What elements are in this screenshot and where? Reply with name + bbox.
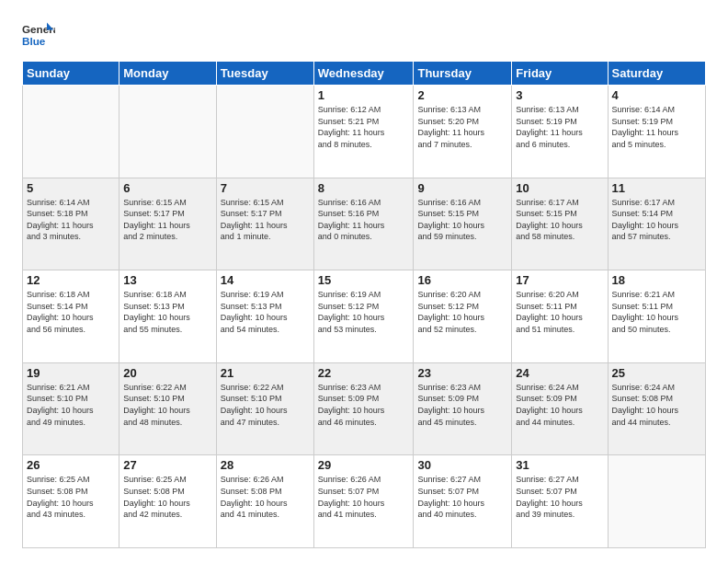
day-number: 6 (123, 181, 212, 195)
day-info: Sunrise: 6:15 AM Sunset: 5:17 PM Dayligh… (221, 197, 310, 243)
weekday-header-tuesday: Tuesday (216, 62, 313, 86)
logo-icon: General Blue (22, 18, 55, 52)
calendar-cell: 24Sunrise: 6:24 AM Sunset: 5:09 PM Dayli… (512, 362, 608, 455)
weekday-header-friday: Friday (512, 62, 608, 86)
day-number: 22 (318, 366, 410, 380)
day-info: Sunrise: 6:27 AM Sunset: 5:07 PM Dayligh… (516, 474, 603, 520)
day-number: 15 (318, 273, 410, 287)
calendar-cell: 18Sunrise: 6:21 AM Sunset: 5:11 PM Dayli… (608, 270, 705, 363)
calendar-cell: 25Sunrise: 6:24 AM Sunset: 5:08 PM Dayli… (608, 362, 705, 455)
day-number: 9 (417, 181, 507, 195)
calendar-cell: 22Sunrise: 6:23 AM Sunset: 5:09 PM Dayli… (313, 362, 414, 455)
week-row-5: 26Sunrise: 6:25 AM Sunset: 5:08 PM Dayli… (23, 455, 706, 548)
day-number: 26 (27, 458, 115, 472)
day-number: 21 (221, 366, 310, 380)
day-number: 2 (417, 88, 507, 102)
calendar-cell: 30Sunrise: 6:27 AM Sunset: 5:07 PM Dayli… (414, 455, 512, 548)
day-number: 20 (123, 366, 212, 380)
day-info: Sunrise: 6:21 AM Sunset: 5:11 PM Dayligh… (612, 289, 701, 335)
calendar-cell: 21Sunrise: 6:22 AM Sunset: 5:10 PM Dayli… (216, 362, 313, 455)
day-info: Sunrise: 6:22 AM Sunset: 5:10 PM Dayligh… (221, 382, 310, 428)
weekday-header-thursday: Thursday (414, 62, 512, 86)
day-number: 29 (318, 458, 410, 472)
day-number: 30 (417, 458, 507, 472)
week-row-4: 19Sunrise: 6:21 AM Sunset: 5:10 PM Dayli… (23, 362, 706, 455)
calendar-cell: 29Sunrise: 6:26 AM Sunset: 5:07 PM Dayli… (313, 455, 414, 548)
day-info: Sunrise: 6:18 AM Sunset: 5:14 PM Dayligh… (27, 289, 115, 335)
calendar-cell: 11Sunrise: 6:17 AM Sunset: 5:14 PM Dayli… (608, 178, 705, 270)
day-number: 13 (123, 273, 212, 287)
calendar-cell: 9Sunrise: 6:16 AM Sunset: 5:15 PM Daylig… (414, 178, 512, 270)
day-number: 24 (516, 366, 603, 380)
calendar-cell: 20Sunrise: 6:22 AM Sunset: 5:10 PM Dayli… (119, 362, 217, 455)
day-info: Sunrise: 6:16 AM Sunset: 5:16 PM Dayligh… (318, 197, 410, 243)
day-number: 10 (516, 181, 603, 195)
day-info: Sunrise: 6:23 AM Sunset: 5:09 PM Dayligh… (318, 382, 410, 428)
day-info: Sunrise: 6:17 AM Sunset: 5:15 PM Dayligh… (516, 197, 603, 243)
calendar-cell: 10Sunrise: 6:17 AM Sunset: 5:15 PM Dayli… (512, 178, 608, 270)
calendar-cell: 8Sunrise: 6:16 AM Sunset: 5:16 PM Daylig… (313, 178, 414, 270)
calendar-cell: 13Sunrise: 6:18 AM Sunset: 5:13 PM Dayli… (119, 270, 217, 363)
calendar-cell: 15Sunrise: 6:19 AM Sunset: 5:12 PM Dayli… (313, 270, 414, 363)
day-info: Sunrise: 6:26 AM Sunset: 5:08 PM Dayligh… (221, 474, 310, 520)
day-info: Sunrise: 6:18 AM Sunset: 5:13 PM Dayligh… (123, 289, 212, 335)
day-info: Sunrise: 6:26 AM Sunset: 5:07 PM Dayligh… (318, 474, 410, 520)
day-info: Sunrise: 6:25 AM Sunset: 5:08 PM Dayligh… (27, 474, 115, 520)
calendar-table: SundayMondayTuesdayWednesdayThursdayFrid… (22, 61, 706, 548)
calendar-cell: 23Sunrise: 6:23 AM Sunset: 5:09 PM Dayli… (414, 362, 512, 455)
calendar-cell: 31Sunrise: 6:27 AM Sunset: 5:07 PM Dayli… (512, 455, 608, 548)
calendar-cell: 6Sunrise: 6:15 AM Sunset: 5:17 PM Daylig… (119, 178, 217, 270)
day-number: 19 (27, 366, 115, 380)
day-info: Sunrise: 6:25 AM Sunset: 5:08 PM Dayligh… (123, 474, 212, 520)
calendar-cell: 7Sunrise: 6:15 AM Sunset: 5:17 PM Daylig… (216, 178, 313, 270)
day-info: Sunrise: 6:14 AM Sunset: 5:18 PM Dayligh… (27, 197, 115, 243)
day-info: Sunrise: 6:17 AM Sunset: 5:14 PM Dayligh… (612, 197, 701, 243)
week-row-1: 1Sunrise: 6:12 AM Sunset: 5:21 PM Daylig… (23, 86, 706, 178)
day-number: 25 (612, 366, 701, 380)
calendar-cell: 26Sunrise: 6:25 AM Sunset: 5:08 PM Dayli… (23, 455, 119, 548)
calendar-cell: 12Sunrise: 6:18 AM Sunset: 5:14 PM Dayli… (23, 270, 119, 363)
weekday-header-saturday: Saturday (608, 62, 705, 86)
day-info: Sunrise: 6:13 AM Sunset: 5:20 PM Dayligh… (417, 104, 507, 150)
day-number: 4 (612, 88, 701, 102)
calendar-cell: 5Sunrise: 6:14 AM Sunset: 5:18 PM Daylig… (23, 178, 119, 270)
calendar-cell (119, 86, 217, 178)
day-number: 1 (318, 88, 410, 102)
day-info: Sunrise: 6:19 AM Sunset: 5:13 PM Dayligh… (221, 289, 310, 335)
day-number: 23 (417, 366, 507, 380)
day-number: 17 (516, 273, 603, 287)
header: General Blue (22, 18, 706, 52)
calendar-cell: 1Sunrise: 6:12 AM Sunset: 5:21 PM Daylig… (313, 86, 414, 178)
day-number: 12 (27, 273, 115, 287)
day-info: Sunrise: 6:24 AM Sunset: 5:08 PM Dayligh… (612, 382, 701, 428)
day-number: 28 (221, 458, 310, 472)
day-info: Sunrise: 6:20 AM Sunset: 5:11 PM Dayligh… (516, 289, 603, 335)
day-number: 5 (27, 181, 115, 195)
day-number: 14 (221, 273, 310, 287)
day-number: 8 (318, 181, 410, 195)
day-info: Sunrise: 6:21 AM Sunset: 5:10 PM Dayligh… (27, 382, 115, 428)
logo: General Blue (22, 18, 55, 52)
calendar-page: General Blue SundayMondayTuesdayWednesda… (0, 0, 728, 563)
day-info: Sunrise: 6:12 AM Sunset: 5:21 PM Dayligh… (318, 104, 410, 150)
day-info: Sunrise: 6:27 AM Sunset: 5:07 PM Dayligh… (417, 474, 507, 520)
calendar-cell (608, 455, 705, 548)
weekday-header-row: SundayMondayTuesdayWednesdayThursdayFrid… (23, 62, 706, 86)
day-number: 11 (612, 181, 701, 195)
calendar-cell (23, 86, 119, 178)
day-info: Sunrise: 6:20 AM Sunset: 5:12 PM Dayligh… (417, 289, 507, 335)
day-number: 31 (516, 458, 603, 472)
calendar-cell: 27Sunrise: 6:25 AM Sunset: 5:08 PM Dayli… (119, 455, 217, 548)
week-row-2: 5Sunrise: 6:14 AM Sunset: 5:18 PM Daylig… (23, 178, 706, 270)
calendar-cell: 3Sunrise: 6:13 AM Sunset: 5:19 PM Daylig… (512, 86, 608, 178)
calendar-cell: 4Sunrise: 6:14 AM Sunset: 5:19 PM Daylig… (608, 86, 705, 178)
calendar-cell: 28Sunrise: 6:26 AM Sunset: 5:08 PM Dayli… (216, 455, 313, 548)
calendar-cell: 19Sunrise: 6:21 AM Sunset: 5:10 PM Dayli… (23, 362, 119, 455)
calendar-cell: 17Sunrise: 6:20 AM Sunset: 5:11 PM Dayli… (512, 270, 608, 363)
calendar-cell: 16Sunrise: 6:20 AM Sunset: 5:12 PM Dayli… (414, 270, 512, 363)
svg-text:Blue: Blue (22, 35, 46, 47)
weekday-header-monday: Monday (119, 62, 217, 86)
day-info: Sunrise: 6:22 AM Sunset: 5:10 PM Dayligh… (123, 382, 212, 428)
day-number: 3 (516, 88, 603, 102)
calendar-cell (216, 86, 313, 178)
